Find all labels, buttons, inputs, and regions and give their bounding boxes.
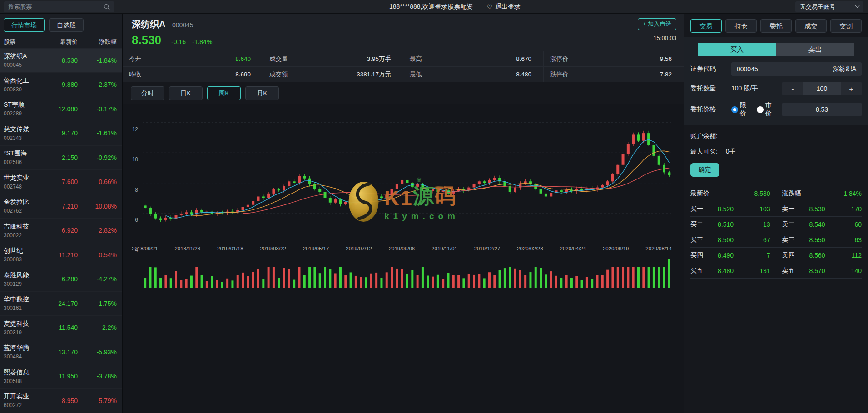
topbar-center: 188****888,欢迎登录股票配资 ♡ 退出登录 (114, 3, 795, 11)
qty-unit: 100 股/手 (731, 85, 782, 93)
qty-label: 委托数量 (690, 85, 731, 93)
main-panel: 深纺织A 000045 8.530 -0.16 -1.84% + 加入自选 15… (123, 14, 684, 413)
code-value: 000045 (737, 65, 758, 73)
heart-icon: ♡ (486, 3, 492, 10)
trade-tabs: 交易持仓委托成交交割 (684, 14, 868, 37)
price-label: 委托价格 (690, 105, 731, 114)
market-price-radio[interactable]: 市价 (757, 101, 777, 118)
volume-chart (143, 256, 672, 289)
x-tick: 2020/06/19 (603, 246, 629, 251)
trade-tab-2[interactable]: 委托 (760, 19, 792, 33)
code-label: 证券代码 (690, 65, 731, 73)
candlestick-chart (143, 111, 672, 244)
x-tick: 2019/01/18 (217, 246, 243, 251)
stock-row[interactable]: 蓝海华腾30048413.170-5.93% (0, 340, 122, 365)
qty-increase-button[interactable]: + (841, 82, 862, 95)
stock-row[interactable]: 华中数控30016124.170-1.75% (0, 292, 122, 316)
account-select[interactable]: 无交易子账号 (795, 1, 863, 12)
x-tick: 2019/11/01 (432, 246, 457, 251)
max-buy-value: 0手 (726, 148, 736, 155)
stat-cell: 昨收8.690 (123, 67, 263, 82)
orderbook-row: 买五8.480131卖五8.570140 (690, 263, 862, 279)
column-change: 涨跌幅 (78, 38, 117, 46)
balance-label: 账户余额: (690, 132, 862, 140)
sidebar: 行情市场自选股 股票 最新价 涨跌幅 深纺织A0000458.530-1.84%… (0, 14, 123, 413)
stock-row[interactable]: 慈文传媒0023439.170-1.61% (0, 121, 122, 146)
stock-row[interactable]: 金发拉比0027627.21010.08% (0, 194, 122, 219)
quote-stats: 今开8.640成交量3.95万手最高8.670涨停价9.56昨收8.690成交额… (123, 51, 684, 82)
trade-panel: 交易持仓委托成交交割 买入 卖出 证券代码 000045 深纺织A 委托数量 1… (684, 14, 868, 413)
stat-cell: 成交额3381.17万元 (263, 67, 403, 82)
stock-row[interactable]: 开开实业6002728.9505.79% (0, 389, 122, 413)
stat-cell: 成交量3.95万手 (263, 51, 403, 66)
welcome-text: 188****888,欢迎登录股票配资 (389, 3, 473, 11)
stock-code: 000045 (172, 21, 193, 29)
code-input[interactable]: 000045 深纺织A (731, 62, 862, 76)
stock-row[interactable]: 鲁西化工0008309.880-2.37% (0, 73, 122, 97)
quantity-stepper: - 100 + (782, 82, 862, 95)
orderbook-header: 最新价8.530涨跌幅-1.84% (690, 186, 862, 201)
stat-cell: 最低8.480 (403, 67, 543, 82)
chart-tab-3[interactable]: 月K (245, 86, 279, 100)
volume-gutter (123, 256, 143, 289)
trade-tab-0[interactable]: 交易 (690, 19, 722, 33)
chart-panel: 1210864 2018/09/212018/11/232019/01/1820… (123, 104, 684, 413)
orderbook-row: 买二8.51013卖二8.54060 (690, 217, 862, 232)
qty-input[interactable]: 100 (803, 82, 841, 95)
stock-name: 深纺织A (132, 19, 165, 29)
qty-decrease-button[interactable]: - (782, 82, 803, 95)
stock-row[interactable]: ST宇顺00228912.080-0.17% (0, 97, 122, 122)
stock-row[interactable]: 深纺织A0000458.530-1.84% (0, 49, 122, 73)
confirm-button[interactable]: 确定 (690, 163, 719, 177)
limit-price-radio[interactable]: 限价 (731, 101, 751, 118)
radio-checked-icon (731, 106, 738, 113)
app: 搜索股票 188****888,欢迎登录股票配资 ♡ 退出登录 无交易子账号 行… (0, 0, 868, 413)
chart-tab-2[interactable]: 周K (207, 86, 241, 100)
x-tick: 2020/02/28 (517, 246, 543, 251)
x-tick: 2019/12/27 (474, 246, 501, 251)
chart-tab-1[interactable]: 日K (169, 86, 203, 100)
topbar: 搜索股票 188****888,欢迎登录股票配资 ♡ 退出登录 无交易子账号 (0, 0, 868, 14)
add-watchlist-button[interactable]: + 加入自选 (638, 18, 676, 30)
sidebar-tab-0[interactable]: 行情市场 (4, 18, 45, 32)
x-tick: 2019/03/22 (260, 246, 286, 251)
stock-row[interactable]: 麦捷科技30031911.540-2.2% (0, 316, 122, 340)
stock-row[interactable]: 吉峰科技3000226.9202.82% (0, 219, 122, 243)
stat-cell: 涨停价9.56 (543, 51, 684, 66)
sidebar-tabs: 行情市场自选股 (0, 14, 122, 35)
logout-button[interactable]: ♡ 退出登录 (486, 3, 521, 11)
trade-tab-4[interactable]: 交割 (830, 19, 862, 33)
stock-row[interactable]: 创世纪30008311.2100.54% (0, 243, 122, 268)
max-buy-label: 最大可买: (690, 148, 718, 155)
x-tick: 2020/08/14 (645, 246, 672, 251)
price-input[interactable]: 8.53 (782, 103, 862, 116)
chart-tab-0[interactable]: 分时 (131, 86, 164, 100)
trade-tab-3[interactable]: 成交 (795, 19, 827, 33)
account-section: 账户余额: 最大可买: 0手 确定 (684, 125, 868, 178)
account-select-label: 无交易子账号 (800, 3, 835, 11)
chevron-down-icon (855, 4, 860, 8)
search-icon (104, 4, 110, 10)
column-stock: 股票 (4, 38, 45, 46)
trade-form: 买入 卖出 证券代码 000045 深纺织A 委托数量 100 股/手 - 10… (684, 37, 868, 125)
chart-tabs: 分时日K周K月K (123, 82, 684, 104)
buy-tab[interactable]: 买入 (698, 43, 776, 56)
trade-tab-1[interactable]: 持仓 (725, 19, 757, 33)
code-stock-name: 深纺织A (833, 65, 856, 73)
x-tick: 2019/09/06 (389, 246, 415, 251)
stat-cell: 最高8.670 (403, 51, 543, 66)
stock-row[interactable]: *ST围海0025862.150-0.92% (0, 146, 122, 170)
radio-unchecked-icon (757, 106, 764, 113)
sidebar-tab-1[interactable]: 自选股 (49, 18, 84, 32)
search-input[interactable]: 搜索股票 (4, 1, 114, 12)
orderbook-row: 买一8.520103卖一8.530170 (690, 201, 862, 217)
stat-cell: 跌停价7.82 (543, 67, 684, 82)
orderbook-row: 买四8.4907卖四8.560112 (690, 248, 862, 263)
x-tick: 2018/11/23 (174, 246, 200, 251)
stock-row[interactable]: 泰胜风能3001296.280-4.27% (0, 267, 122, 292)
stock-row[interactable]: 世龙实业0027487.6000.66% (0, 170, 122, 194)
stock-change-pct: -1.84% (192, 38, 212, 45)
buy-sell-toggle: 买入 卖出 (698, 43, 854, 56)
stock-row[interactable]: 熙菱信息30058811.950-3.78% (0, 364, 122, 389)
sell-tab[interactable]: 卖出 (776, 43, 855, 56)
